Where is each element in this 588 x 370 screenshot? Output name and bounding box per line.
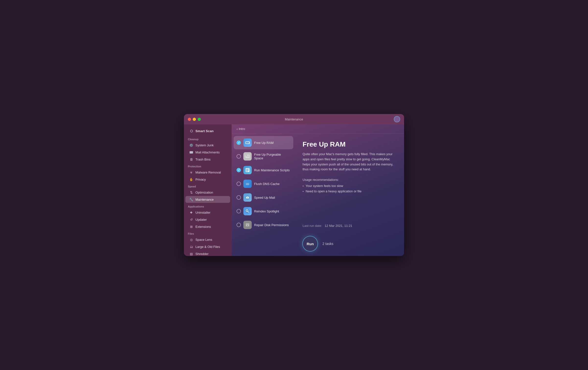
usage-recommendations-title: Usage recommendations:	[303, 178, 397, 182]
reindex-spotlight-icon	[243, 207, 252, 215]
detail-panel: Free Up RAM Quite often your Mac's memor…	[295, 134, 404, 232]
scripts-svg	[245, 167, 250, 173]
spotlight-svg	[245, 208, 250, 214]
task-label-repair-disk-permissions: Repair Disk Permissions	[254, 223, 289, 227]
free-up-ram-icon: RAM	[243, 139, 252, 147]
malware-removal-icon: ☣	[189, 170, 193, 174]
content-area: RAM Free Up RAM	[232, 134, 404, 232]
nav-bar: ‹ Intro	[232, 124, 404, 134]
sidebar-item-shredder[interactable]: ▤ Shredder	[185, 250, 230, 256]
trash-bins-icon: 🗑	[189, 157, 193, 161]
sidebar-section-speed: Speed	[184, 183, 232, 189]
back-button[interactable]: ‹ Intro	[237, 127, 245, 131]
task-item-free-up-purgeable[interactable]: Free Up Purgeable Space	[234, 150, 293, 163]
task-item-flush-dns-cache[interactable]: DNS Flush DNS Cache	[234, 177, 293, 190]
last-run-value: 12 Mar 2021, 11:21	[325, 224, 352, 228]
sidebar-item-optimization[interactable]: ⇅ Optimization	[185, 189, 230, 196]
task-radio-speed-up-mail[interactable]	[237, 195, 241, 200]
optimization-icon: ⇅	[189, 190, 193, 194]
uninstaller-icon: ❖	[189, 210, 193, 214]
ram-svg: RAM	[245, 140, 250, 145]
sidebar-updater-label: Updater	[195, 218, 207, 221]
task-radio-free-up-purgeable[interactable]	[237, 154, 241, 159]
space-lens-icon: ◎	[189, 238, 193, 242]
sidebar-section-protection: Protection	[184, 163, 232, 169]
last-run-label: Last run date:	[303, 224, 322, 228]
large-old-files-icon: 🗂	[189, 245, 193, 249]
close-button[interactable]	[188, 118, 191, 121]
sidebar-item-malware-removal[interactable]: ☣ Malware Removal	[185, 169, 230, 176]
task-radio-reindex-spotlight[interactable]	[237, 209, 241, 213]
svg-point-24	[247, 225, 248, 226]
sidebar-large-old-files-label: Large & Old Files	[195, 245, 220, 249]
minimize-button[interactable]	[193, 118, 196, 121]
task-item-repair-disk-permissions[interactable]: Repair Disk Permissions	[234, 218, 293, 231]
purgeable-svg	[245, 154, 250, 159]
titlebar: Maintenance	[184, 114, 404, 124]
disk-svg	[245, 222, 250, 228]
task-label-free-up-purgeable: Free Up Purgeable Space	[254, 153, 290, 160]
task-radio-repair-disk-permissions[interactable]	[237, 223, 241, 227]
task-item-reindex-spotlight[interactable]: Reindex Spotlight	[234, 205, 293, 218]
sidebar-item-smart-scan[interactable]: ⬡ Smart Scan	[185, 127, 230, 134]
flush-dns-cache-icon: DNS	[243, 180, 252, 188]
usage-item-2-text: Need to open a heavy application or file	[306, 189, 362, 193]
sidebar-item-privacy[interactable]: ✋ Privacy	[185, 176, 230, 183]
sidebar-item-large-old-files[interactable]: 🗂 Large & Old Files	[185, 243, 230, 250]
sidebar-item-extensions[interactable]: ⊞ Extensions	[185, 223, 230, 230]
task-radio-free-up-ram[interactable]	[237, 140, 241, 145]
sidebar-item-uninstaller[interactable]: ❖ Uninstaller	[185, 209, 230, 216]
usage-item-1: • Your system feels too slow	[303, 184, 397, 188]
dns-svg: DNS	[245, 181, 250, 186]
svg-rect-9	[246, 155, 247, 155]
extensions-icon: ⊞	[189, 225, 193, 229]
detail-description: Quite often your Mac's memory gets fully…	[303, 152, 397, 172]
speed-up-mail-icon	[243, 193, 252, 202]
sidebar-trash-bins-label: Trash Bins	[195, 158, 211, 161]
sidebar-malware-removal-label: Malware Removal	[195, 171, 221, 174]
run-button[interactable]: Run	[302, 236, 318, 252]
bottom-bar: Run 2 tasks	[232, 232, 404, 256]
task-item-speed-up-mail[interactable]: Speed Up Mail	[234, 191, 293, 204]
main-content: ⬡ Smart Scan Cleanup ⚙️ System Junk ✉️ M…	[184, 124, 404, 256]
sidebar-item-updater[interactable]: ↺ Updater	[185, 216, 230, 223]
updater-icon: ↺	[189, 218, 193, 221]
bullet-2: •	[303, 190, 304, 193]
task-item-run-maintenance-scripts[interactable]: Run Maintenance Scripts	[234, 163, 293, 177]
sidebar-smart-scan-label: Smart Scan	[195, 129, 214, 133]
privacy-icon: ✋	[189, 177, 193, 181]
sidebar: ⬡ Smart Scan Cleanup ⚙️ System Junk ✉️ M…	[184, 124, 232, 256]
tasks-count: 2 tasks	[322, 242, 333, 246]
run-maintenance-scripts-icon	[243, 166, 252, 174]
smart-scan-icon: ⬡	[189, 129, 193, 133]
sidebar-system-junk-label: System Junk	[195, 143, 214, 147]
task-radio-flush-dns-cache[interactable]	[237, 182, 241, 186]
sidebar-item-system-junk[interactable]: ⚙️ System Junk	[185, 142, 230, 149]
titlebar-right	[394, 116, 400, 122]
maximize-button[interactable]	[198, 118, 201, 121]
back-arrow-icon: ‹	[237, 127, 238, 131]
app-window: Maintenance ⬡ Smart Scan Cleanup ⚙️ Syst…	[184, 114, 404, 256]
shredder-icon: ▤	[189, 252, 193, 256]
sidebar-item-trash-bins[interactable]: 🗑 Trash Bins	[185, 156, 230, 163]
maintenance-icon: 🔧	[189, 197, 193, 201]
sidebar-section-files: Files	[184, 230, 232, 236]
task-item-free-up-ram[interactable]: RAM Free Up RAM	[234, 136, 293, 149]
sidebar-section-applications: Applications	[184, 203, 232, 209]
task-radio-run-maintenance-scripts[interactable]	[237, 168, 241, 172]
avatar-button[interactable]	[394, 116, 400, 122]
task-label-flush-dns-cache: Flush DNS Cache	[254, 182, 280, 186]
sidebar-item-space-lens[interactable]: ◎ Space Lens	[185, 236, 230, 243]
task-label-reindex-spotlight: Reindex Spotlight	[254, 209, 279, 213]
last-run: Last run date: 12 Mar 2021, 11:21	[303, 224, 397, 228]
task-label-speed-up-mail: Speed Up Mail	[254, 196, 275, 199]
sidebar-shredder-label: Shredder	[195, 252, 208, 256]
window-title: Maintenance	[285, 117, 303, 121]
mail-attachments-icon: ✉️	[189, 150, 193, 154]
bullet-1: •	[303, 184, 304, 188]
sidebar-optimization-label: Optimization	[195, 191, 213, 194]
sidebar-item-maintenance[interactable]: 🔧 Maintenance	[185, 196, 230, 203]
sidebar-uninstaller-label: Uninstaller	[195, 211, 210, 214]
sidebar-mail-attachments-label: Mail Attachments	[195, 150, 220, 154]
sidebar-item-mail-attachments[interactable]: ✉️ Mail Attachments	[185, 149, 230, 156]
